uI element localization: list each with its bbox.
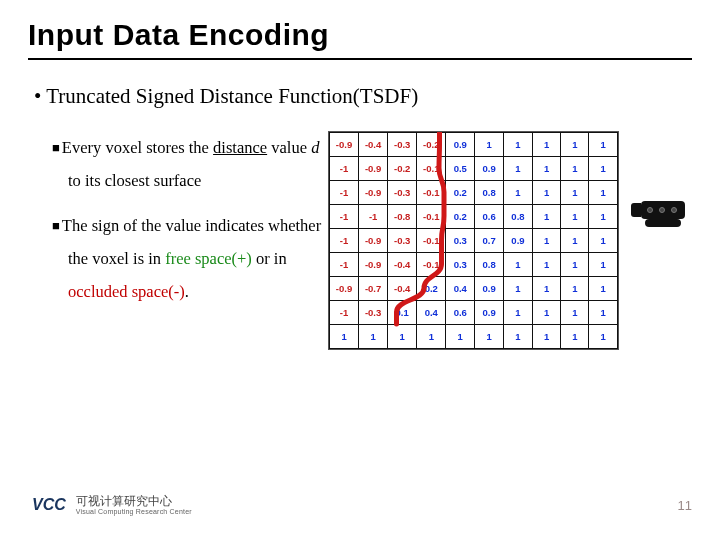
grid-cell: 0.3 — [446, 253, 475, 277]
grid-cell: 1 — [504, 181, 533, 205]
grid-cell: 1 — [532, 277, 560, 301]
grid-cell: 0.9 — [475, 277, 504, 301]
grid-cell: 1 — [504, 157, 533, 181]
grid-cell: -1 — [330, 157, 359, 181]
grid-cell: 0.8 — [475, 253, 504, 277]
sub2-free: free space(+) — [165, 249, 252, 268]
sensor-lens — [659, 207, 665, 213]
sensor-lens — [647, 207, 653, 213]
grid-cell: 1 — [388, 325, 417, 349]
grid-cell: 0.8 — [504, 205, 533, 229]
grid-cell: -0.3 — [388, 181, 417, 205]
grid-cell: -0.7 — [359, 277, 388, 301]
slide-title: Input Data Encoding — [28, 18, 692, 52]
main-bullet: • Truncated Signed Distance Function(TSD… — [34, 84, 692, 109]
logo-cn: 可视计算研究中心 — [76, 495, 192, 508]
grid-cell: 0.4 — [417, 301, 446, 325]
grid-cell: 1 — [446, 325, 475, 349]
grid-cell: 0.2 — [446, 205, 475, 229]
square-bullet-icon: ■ — [52, 140, 60, 155]
grid-cell: 0.9 — [475, 157, 504, 181]
grid-cell: 1 — [561, 277, 589, 301]
sub-bullet-1: ■Every voxel stores the distance value d… — [52, 131, 328, 197]
grid-cell: 1 — [504, 325, 533, 349]
grid-cell: -0.9 — [330, 133, 359, 157]
grid-cell: 1 — [504, 301, 533, 325]
grid-cell: 1 — [561, 229, 589, 253]
grid-cell: -1 — [330, 229, 359, 253]
grid-cell: -0.3 — [359, 301, 388, 325]
sub2-mid: or in — [252, 249, 287, 268]
content-row: ■Every voxel stores the distance value d… — [28, 131, 692, 350]
grid-cell: 0.2 — [417, 277, 446, 301]
figure-column: -0.9-0.4-0.3-0.20.911111-1-0.9-0.2-0.10.… — [328, 131, 692, 350]
grid-cell: 1 — [532, 205, 560, 229]
grid-cell: 1 — [589, 181, 617, 205]
grid-cell: 1 — [561, 133, 589, 157]
grid-cell: 1 — [589, 301, 617, 325]
grid-cell: 1 — [561, 253, 589, 277]
grid-cell: -1 — [330, 181, 359, 205]
sub1-mid: value — [267, 138, 311, 157]
main-bullet-text: Truncated Signed Distance Function(TSDF) — [46, 84, 418, 108]
grid-cell: 1 — [504, 277, 533, 301]
grid-cell: 0.7 — [475, 229, 504, 253]
sub1-lead: Every voxel stores the — [62, 138, 213, 157]
grid-cell: 1 — [532, 301, 560, 325]
grid-cell: 1 — [330, 325, 359, 349]
sub1-tail: to its closest surface — [68, 171, 201, 190]
square-bullet-icon: ■ — [52, 218, 60, 233]
grid-cell: -0.2 — [388, 157, 417, 181]
grid-cell: -0.9 — [359, 229, 388, 253]
grid-cell: -0.4 — [359, 133, 388, 157]
grid-cell: 1 — [532, 325, 560, 349]
grid-cell: 0.5 — [446, 157, 475, 181]
grid-cell: 1 — [504, 133, 533, 157]
grid-cell: 0.4 — [446, 277, 475, 301]
grid-cell: 1 — [532, 253, 560, 277]
logo-text-block: 可视计算研究中心 Visual Computing Research Cente… — [76, 495, 192, 515]
grid-cell: 1 — [532, 157, 560, 181]
grid-cell: -1 — [359, 205, 388, 229]
sensor-lens — [671, 207, 677, 213]
grid-cell: -0.3 — [388, 229, 417, 253]
grid-cell: 1 — [589, 133, 617, 157]
logo: VCC 可视计算研究中心 Visual Computing Research C… — [28, 494, 192, 516]
grid-cell: -0.8 — [388, 205, 417, 229]
grid-cell: 1 — [532, 133, 560, 157]
grid-cell: -0.1 — [417, 229, 446, 253]
grid-cell: 1 — [589, 277, 617, 301]
grid-cell: 0.1 — [388, 301, 417, 325]
grid-cell: -0.4 — [388, 277, 417, 301]
grid-cell: 0.9 — [446, 133, 475, 157]
grid-cell: 1 — [475, 133, 504, 157]
grid-cell: 1 — [475, 325, 504, 349]
grid-cell: -1 — [330, 301, 359, 325]
grid-cell: -0.1 — [417, 181, 446, 205]
sensor-base — [645, 219, 681, 227]
grid-cell: 1 — [561, 181, 589, 205]
footer: VCC 可视计算研究中心 Visual Computing Research C… — [0, 480, 720, 530]
depth-sensor-icon — [625, 191, 692, 237]
grid-cell: 1 — [532, 229, 560, 253]
grid-cell: -0.1 — [417, 205, 446, 229]
sub2-occluded: occluded space(-) — [68, 282, 185, 301]
grid-cell: -0.2 — [417, 133, 446, 157]
logo-badge: VCC — [28, 494, 70, 516]
grid-cell: -0.3 — [388, 133, 417, 157]
grid-cell: 1 — [589, 253, 617, 277]
grid-cell: 0.9 — [475, 301, 504, 325]
grid-cell: -0.4 — [388, 253, 417, 277]
grid-cell: -0.9 — [330, 277, 359, 301]
grid-cell: -1 — [330, 253, 359, 277]
grid-cell: 0.6 — [446, 301, 475, 325]
grid-cell: 1 — [504, 253, 533, 277]
grid-cell: 1 — [589, 205, 617, 229]
sub2-tail: . — [185, 282, 189, 301]
grid-cell: 0.2 — [446, 181, 475, 205]
grid-cell: 1 — [589, 325, 617, 349]
grid-cell: 1 — [561, 205, 589, 229]
grid-cell: 0.8 — [475, 181, 504, 205]
grid-cell: -0.1 — [417, 157, 446, 181]
sub1-underline: distance — [213, 138, 267, 157]
